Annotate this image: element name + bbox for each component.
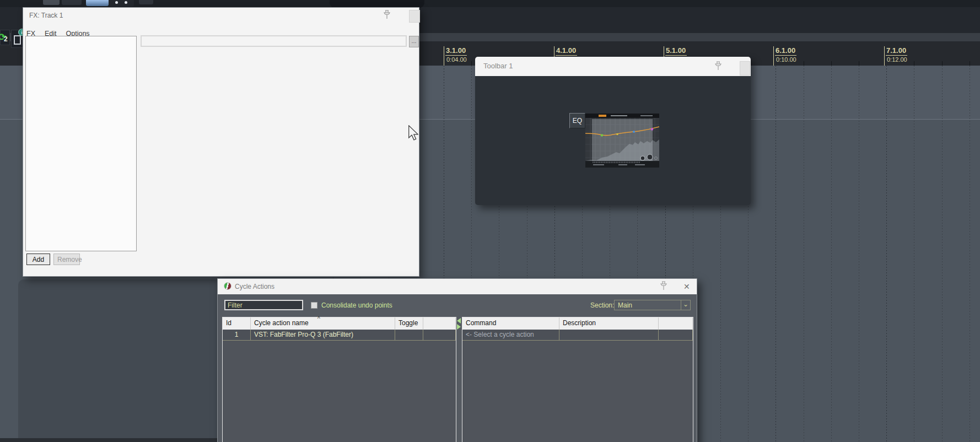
fx-chain-window: FX: Track 1 FXEditOptions ... Add Remove [23,7,419,277]
chevron-down-icon: ⌄ [681,300,690,310]
ruler-bar-label: 4.1.00 [556,46,577,56]
pin-window-icon[interactable] [659,281,668,291]
table-cell[interactable]: VST: FabFilter Pro-Q 3 (FabFilter) [251,330,395,340]
toolbar-button[interactable] [139,0,153,4]
toolbar1-window: Toolbar 1 EQ [475,57,751,205]
toolbar-button-active[interactable] [86,0,109,6]
section-dropdown-value: Main [618,301,632,309]
remove-fx-button[interactable]: Remove [53,254,80,265]
column-header[interactable]: Cycle action name [251,317,395,330]
splitter-collapse-left[interactable] [457,318,461,324]
toolbar-button[interactable] [109,0,134,7]
ruler-time-label: 0:04.00 [445,56,467,63]
close-icon[interactable]: ✕ [683,283,690,290]
ruler-bar-label: 7.1.00 [886,46,907,56]
ruler-minor-tick [970,61,970,66]
table-cell[interactable] [659,330,693,340]
fx-more-button[interactable]: ... [409,36,419,47]
toolbar1-titlebar[interactable]: Toolbar 1 [475,57,751,76]
column-header[interactable]: Description [559,317,659,330]
fx-window-title: FX: Track 1 [29,12,63,19]
pin-window-icon[interactable] [383,10,391,20]
table-header-row: IdCycle action nameToggle [223,317,456,330]
column-header[interactable]: Toggle [395,317,423,330]
ruler-minor-tick [914,61,914,66]
grid-minor-line [970,66,970,442]
cycle-actions-title: Cycle Actions [235,283,274,290]
ruler-major-tick [444,46,444,66]
reaper-screen: 3.1.000:04.004.1.000:06.005.1.000:08.006… [0,0,980,442]
consolidate-undo-label: Consolidate undo points [321,301,392,309]
ruler-minor-tick [471,61,472,66]
section-dropdown[interactable]: Main ⌄ [614,300,691,310]
column-header[interactable] [659,317,693,330]
grid-minor-line [831,66,832,442]
cycle-actions-filter-input[interactable] [224,300,303,310]
table-header-row: CommandDescription [462,317,693,330]
fx-window-dock-button[interactable] [409,10,420,23]
dot-icon [115,1,118,4]
eq-toolbar-button[interactable]: EQ [569,113,585,128]
add-fx-button[interactable]: Add [26,254,50,265]
document-icon [14,35,21,45]
ruler-time-label: 0:10.00 [775,56,796,63]
splitter-collapse-right[interactable] [457,324,461,330]
table-cell[interactable]: <- Select a cycle action [462,330,559,340]
dot-icon [125,1,127,4]
grid-minor-line [914,66,914,442]
fabfilter-proq-thumbnail [585,114,659,168]
reaper-logo-icon [224,282,231,290]
column-header[interactable] [423,317,456,330]
ruler-minor-tick [859,61,859,66]
table-cell[interactable] [395,330,423,340]
fx-chain-list[interactable] [25,36,137,251]
cycle-actions-table[interactable]: IdCycle action nameToggle1VST: FabFilter… [222,317,456,442]
ruler-bar-label: 3.1.00 [445,46,467,56]
cycle-actions-titlebar[interactable]: Cycle Actions ✕ [218,279,697,294]
pin-window-icon[interactable] [714,61,723,71]
sync-tile-button[interactable]: ⟳ 2 [0,30,10,45]
grid-major-line [886,66,887,442]
ruler-bar-label: 6.1.00 [775,46,796,56]
table-row[interactable]: 1VST: FabFilter Pro-Q 3 (FabFilter) [223,330,456,341]
table-cell[interactable] [423,330,456,340]
grid-major-line [776,66,776,442]
toolbar-button[interactable] [43,0,60,5]
table-cell[interactable]: 1 [223,330,251,340]
grid-minor-line [942,66,943,442]
fx-search-input[interactable] [141,35,407,47]
ruler-bar-label: 5.1.00 [665,46,687,56]
ruler-minor-tick [804,61,804,66]
bottom-strip [0,438,220,442]
cycle-actions-window: Cycle Actions ✕ Consolidate undo points … [217,278,697,442]
grid-minor-line [859,66,859,442]
ruler-major-tick [773,46,774,66]
table-cell[interactable] [559,330,659,340]
ruler-time-label: 0:12.00 [886,56,907,63]
ruler-major-tick [884,46,885,66]
background-tab [330,0,424,8]
section-label: Section: [590,301,614,309]
toolbar1-title: Toolbar 1 [483,62,513,70]
command-table[interactable]: CommandDescription<- Select a cycle acti… [462,317,693,442]
ruler-minor-tick [942,61,943,66]
consolidate-undo-checkbox[interactable] [311,302,317,309]
ruler-minor-tick [831,61,832,66]
mouse-cursor [408,125,418,141]
toolbar-button[interactable] [62,0,82,5]
table-row[interactable]: <- Select a cycle action [462,330,693,341]
sort-ascending-icon: ^ [317,317,320,321]
column-header[interactable]: Command [462,317,559,330]
green-sync-number: 2 [4,35,8,43]
grid-minor-line [804,66,804,442]
fx-window-titlebar[interactable]: FX: Track 1 [23,8,419,23]
column-header[interactable]: Id [223,317,251,330]
toolbar1-dock-button[interactable] [740,61,750,76]
